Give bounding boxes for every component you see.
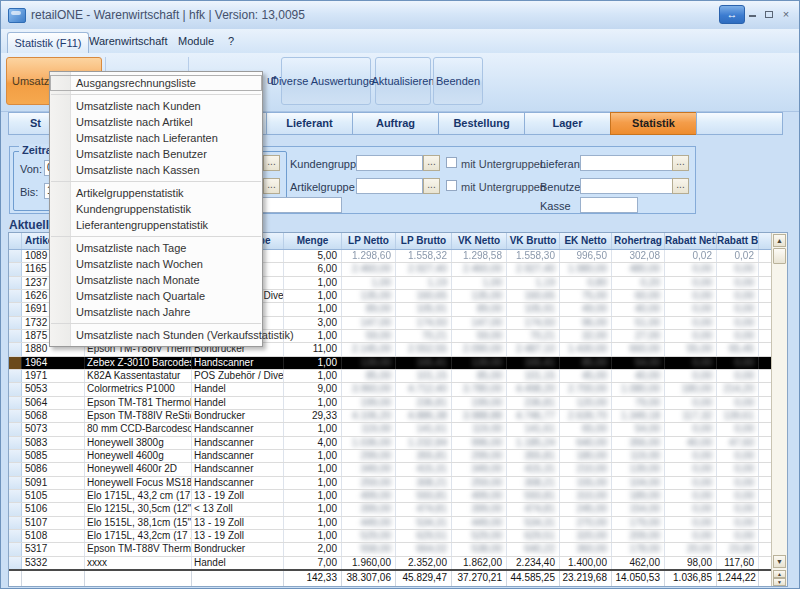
table-row[interactable]: 5105Elo 1715L, 43,2 cm (17 Zoll)13 - 19 … bbox=[9, 490, 771, 503]
column-header[interactable] bbox=[9, 233, 22, 249]
totals-spinner-down-icon[interactable]: ▼ bbox=[773, 578, 786, 586]
column-header[interactable]: Rohertrag bbox=[612, 233, 665, 249]
diverse-auswertungen-button[interactable]: Diverse Auswertungen bbox=[281, 57, 371, 105]
menu-item[interactable]: Lieferantengruppenstatistik bbox=[50, 217, 262, 233]
table-row[interactable]: 5083Honeywell 3800gHandscanner4,001.036,… bbox=[9, 437, 771, 450]
column-header[interactable]: LP Brutto bbox=[396, 233, 452, 249]
bis-picker-button[interactable]: ... bbox=[263, 178, 280, 194]
scroll-up-icon[interactable]: ▲ bbox=[773, 234, 786, 247]
nav-tab-lieferant[interactable]: Lieferant bbox=[266, 112, 353, 135]
artikelgruppe-untergruppen-checkbox[interactable] bbox=[446, 180, 457, 191]
lieferant-input[interactable] bbox=[580, 155, 687, 171]
table-row[interactable]: 5107Elo 1515L, 38,1cm (15") LCD13 - 19 Z… bbox=[9, 517, 771, 530]
menu-item[interactable]: Ausgangsrechnungsliste bbox=[50, 75, 262, 91]
row-selector-cell[interactable] bbox=[9, 277, 22, 289]
table-row[interactable]: 5064Epson TM-T81 ThermobondrHandel1,0019… bbox=[9, 397, 771, 410]
table-row[interactable]: 5108Elo 1715L, 43,2cm (17 Zoll) I13 - 19… bbox=[9, 530, 771, 543]
nav-tab-hidden-8[interactable] bbox=[696, 112, 783, 135]
menu-item[interactable]: Umsatzliste nach Monate bbox=[50, 272, 262, 288]
benutzer-picker-button[interactable]: ... bbox=[672, 178, 689, 194]
nav-tab-statistik[interactable]: Statistik bbox=[610, 112, 697, 135]
benutzer-input[interactable] bbox=[580, 178, 687, 194]
row-selector-cell[interactable] bbox=[9, 463, 22, 475]
row-selector-cell[interactable] bbox=[9, 317, 22, 329]
nav-tab-auftrag[interactable]: Auftrag bbox=[352, 112, 439, 135]
tab-help[interactable]: ? bbox=[228, 35, 234, 47]
table-row[interactable]: 5106Elo 1215L, 30,5cm (12") LCD< 13 Zoll… bbox=[9, 503, 771, 516]
column-header[interactable]: VK Brutto bbox=[507, 233, 560, 249]
row-selector-cell[interactable] bbox=[9, 557, 22, 569]
table-row[interactable]: 5068Epson TM-T88IV ReStick TheBondrucker… bbox=[9, 410, 771, 423]
table-row[interactable]: 5332xxxxHandel7,001.960,002.352,001.862,… bbox=[9, 557, 771, 570]
menu-item[interactable]: Umsatzliste nach Quartale bbox=[50, 288, 262, 304]
column-header[interactable]: Menge bbox=[284, 233, 342, 249]
menu-item[interactable]: Artikelgruppenstatistik bbox=[50, 185, 262, 201]
lieferant-picker-button[interactable]: ... bbox=[672, 155, 689, 171]
table-row[interactable]: 1964Zebex Z-3010 BarcodescannHandscanner… bbox=[9, 357, 771, 370]
tab-warenwirtschaft[interactable]: Warenwirtschaft bbox=[89, 35, 167, 47]
totals-spinner-up-icon[interactable]: ▲ bbox=[773, 570, 786, 578]
menu-item[interactable]: Umsatzliste nach Benutzer bbox=[50, 146, 262, 162]
row-selector-cell[interactable] bbox=[9, 423, 22, 435]
vertical-scrollbar[interactable]: ▲ ▼ ▲ ▼ bbox=[771, 233, 787, 586]
artikelgruppe-input[interactable] bbox=[356, 178, 423, 194]
column-header[interactable]: Rabatt Nett bbox=[665, 233, 717, 249]
minimize-button[interactable] bbox=[745, 7, 759, 21]
maximize-button[interactable] bbox=[762, 7, 776, 21]
column-header[interactable]: EK Netto bbox=[560, 233, 612, 249]
tab-statistik-f11[interactable]: Statistik (F11) bbox=[7, 32, 89, 54]
von-picker-button[interactable]: ... bbox=[263, 155, 280, 171]
row-selector-cell[interactable] bbox=[9, 357, 22, 369]
row-selector-cell[interactable] bbox=[9, 503, 22, 515]
menu-item[interactable]: Kundengruppenstatistik bbox=[50, 201, 262, 217]
row-selector-cell[interactable] bbox=[9, 330, 22, 342]
table-row[interactable]: 1971K82A KassentastaturPOS Zubehör / Div… bbox=[9, 370, 771, 383]
row-selector-cell[interactable] bbox=[9, 397, 22, 409]
table-row[interactable]: 507380 mm CCD-BarcodescannerHandscanner1… bbox=[9, 423, 771, 436]
table-row[interactable]: 5085Honeywell 4600gHandscanner1,00299,00… bbox=[9, 450, 771, 463]
menu-item[interactable]: Umsatzliste nach Kunden bbox=[50, 98, 262, 114]
menu-item[interactable]: Umsatzliste nach Kassen bbox=[50, 162, 262, 178]
column-header[interactable]: Rabatt Brut bbox=[717, 233, 759, 249]
row-selector-cell[interactable] bbox=[9, 263, 22, 275]
table-row[interactable]: 5053Colormetrics P1000Handel9,003.960,00… bbox=[9, 383, 771, 396]
row-selector-cell[interactable] bbox=[9, 343, 22, 355]
kundengruppe-input[interactable] bbox=[356, 155, 423, 171]
row-selector-cell[interactable] bbox=[9, 490, 22, 502]
nav-tab-lager[interactable]: Lager bbox=[524, 112, 611, 135]
row-selector-cell[interactable] bbox=[9, 437, 22, 449]
kundengruppe-untergruppen-checkbox[interactable] bbox=[446, 157, 457, 168]
column-header[interactable]: LP Netto bbox=[342, 233, 396, 249]
beenden-button[interactable]: Beenden bbox=[433, 57, 483, 105]
menu-item[interactable]: Umsatzliste nach Jahre bbox=[50, 304, 262, 320]
tab-module[interactable]: Module bbox=[178, 35, 214, 47]
row-selector-cell[interactable] bbox=[9, 410, 22, 422]
row-selector-cell[interactable] bbox=[9, 290, 22, 302]
table-row[interactable]: 5091Honeywell Focus MS1890 2DHandscanner… bbox=[9, 477, 771, 490]
row-selector-cell[interactable] bbox=[9, 517, 22, 529]
scrollbar-thumb[interactable] bbox=[773, 248, 786, 264]
menu-item[interactable]: Umsatzliste nach Stunden (Verkaufsstatis… bbox=[50, 327, 262, 343]
close-button[interactable]: × bbox=[779, 7, 793, 21]
kasse-input[interactable] bbox=[580, 197, 638, 213]
table-row[interactable]: 5086Honeywell 4600r 2DHandscanner1,00349… bbox=[9, 463, 771, 476]
table-row[interactable]: 5317Epson TM-T88V ThermodrucBondrucker2,… bbox=[9, 543, 771, 556]
nav-tab-bestellung[interactable]: Bestellung bbox=[438, 112, 525, 135]
row-selector-cell[interactable] bbox=[9, 477, 22, 489]
row-selector-cell[interactable] bbox=[9, 250, 22, 262]
scroll-down-icon[interactable]: ▼ bbox=[773, 555, 786, 568]
menu-item[interactable]: Umsatzliste nach Tage bbox=[50, 240, 262, 256]
row-selector-cell[interactable] bbox=[9, 543, 22, 555]
aktualisieren-button[interactable]: Aktualisieren bbox=[375, 57, 431, 105]
row-selector-cell[interactable] bbox=[9, 303, 22, 315]
row-selector-cell[interactable] bbox=[9, 450, 22, 462]
row-selector-cell[interactable] bbox=[9, 383, 22, 395]
menu-item[interactable]: Umsatzliste nach Artikel bbox=[50, 114, 262, 130]
column-header[interactable]: VK Netto bbox=[452, 233, 507, 249]
resize-icon[interactable]: ↔ bbox=[719, 5, 745, 24]
menu-item[interactable]: Umsatzliste nach Lieferanten bbox=[50, 130, 262, 146]
artikelgruppe-picker-button[interactable]: ... bbox=[423, 178, 440, 194]
row-selector-cell[interactable] bbox=[9, 370, 22, 382]
row-selector-cell[interactable] bbox=[9, 530, 22, 542]
kundengruppe-picker-button[interactable]: ... bbox=[423, 155, 440, 171]
